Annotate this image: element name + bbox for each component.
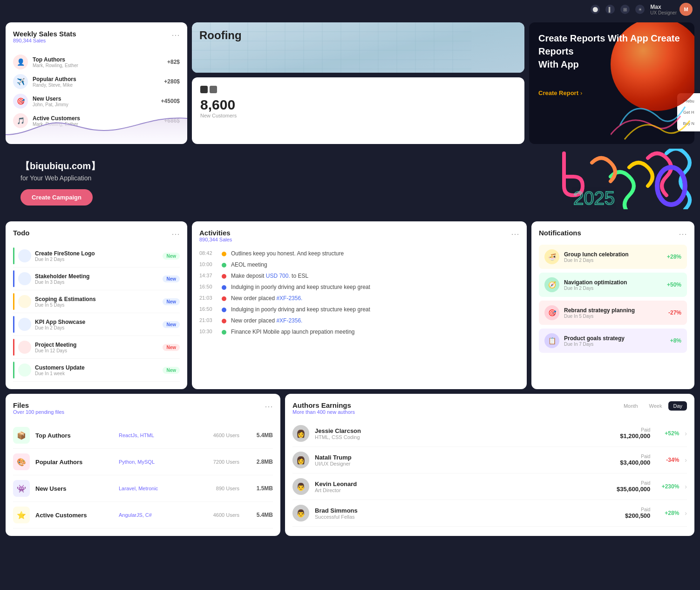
weekly-sales-title: Weekly Sales Stats: [13, 30, 76, 38]
activity-1000: 10:00 AEOL meeting: [199, 259, 519, 270]
paid-label: Paid: [620, 427, 650, 432]
grid-icon[interactable]: ⊞: [620, 5, 630, 14]
tab-day[interactable]: Day: [668, 401, 687, 411]
jessie-amount: $1,200,000: [620, 432, 650, 439]
earnings-tabs: Month Week Day: [619, 401, 687, 411]
notif-value-nav: +50%: [667, 281, 681, 288]
activities-title: Activities: [199, 229, 232, 237]
notif-icon-goals: 📋: [544, 333, 559, 348]
activity-0842: 08:42 Outlines keep you honest. And keep…: [199, 248, 519, 259]
tab-month[interactable]: Month: [619, 401, 643, 411]
todo-card: Todo ⋯ Create FireStone Logo Due In 2 Da…: [6, 221, 187, 389]
brad-arrow-icon[interactable]: ›: [685, 509, 687, 517]
weekly-sales-card: Weekly Sales Stats 890,344 Sales ⋯ 👤 Top…: [6, 22, 187, 144]
todo-avatar: [18, 364, 31, 377]
notif-icon-lunch: 🍜: [544, 249, 559, 264]
roofing-card: Roofing: [192, 22, 524, 73]
nc-label: New Customers: [200, 113, 516, 118]
notifications-card: Notifications ⋯ 🍜 Group lunch celebratio…: [531, 221, 694, 389]
notif-menu-icon[interactable]: ⋯: [679, 229, 687, 239]
brightness-icon[interactable]: ☀: [635, 5, 645, 14]
deposit-link[interactable]: USD 700.: [266, 273, 290, 279]
order-link-2[interactable]: #XF-2356.: [276, 317, 302, 324]
notif-rebrand: 🎯 Rebrand strategy planning Due In 5 Day…: [539, 301, 687, 325]
todo-menu-icon[interactable]: ⋯: [171, 229, 180, 239]
todo-bar: [13, 339, 14, 356]
todo-badge: New: [163, 253, 180, 260]
swirls-decoration: [611, 88, 694, 144]
popular-authors-name: Popular Authors: [33, 76, 159, 82]
topbar: ⚪ ▌ ⊞ ☀ Max UX Designer M: [0, 0, 700, 19]
earnings-title: Authors Earnings: [292, 401, 355, 409]
search-icon[interactable]: ⚪: [591, 5, 600, 14]
files-title: Files: [13, 401, 64, 409]
todo-avatar: [18, 295, 31, 308]
file-icon-new: 👾: [13, 480, 30, 497]
activity-1437: 14:37 Make deposit USD 700. to ESL: [199, 270, 519, 281]
new-users-name: New Users: [33, 96, 156, 102]
earnings-card: Authors Earnings More than 400 new autho…: [285, 394, 694, 536]
popular-authors-value: +280$: [164, 78, 180, 85]
todo-bar: [13, 247, 14, 264]
tab-week[interactable]: Week: [645, 401, 667, 411]
user-name: Max: [650, 4, 677, 10]
kevin-arrow-icon[interactable]: ›: [685, 483, 687, 490]
main-content: Weekly Sales Stats 890,344 Sales ⋯ 👤 Top…: [0, 19, 700, 540]
dot-green: [222, 263, 226, 268]
top-authors-name: Top Authors: [33, 56, 163, 63]
earnings-sub: More than 400 new authors: [292, 409, 355, 415]
natali-amount: $3,400,000: [620, 459, 650, 466]
dot-yellow: [222, 252, 226, 256]
jessie-avatar: 👩: [292, 425, 309, 442]
brad-avatar: 👨: [292, 505, 309, 521]
earn-jessie: 👩 Jessie Clarcson HTML, CSS Coding Paid …: [292, 420, 687, 447]
nc-count: 8,600: [200, 97, 516, 113]
activities-menu-icon[interactable]: ⋯: [511, 229, 519, 239]
create-reports-card: Create Reports With App Create ReportsWi…: [529, 22, 694, 144]
todo-badge: New: [163, 298, 180, 305]
user-role: UX Designer: [650, 10, 677, 15]
todo-item-scoping: Scoping & Estimations Due In 5 Days New: [13, 290, 180, 313]
files-menu-icon[interactable]: ⋯: [265, 401, 273, 412]
top-authors-value: +82$: [167, 59, 180, 65]
battery-icon: ▌: [605, 5, 615, 14]
todo-item-firestone: Create FireStone Logo Due In 2 Days New: [13, 245, 180, 268]
earn-brad: 👨 Brad Simmons Successful Fellas Paid $2…: [292, 500, 687, 527]
roofing-label: Roofing: [199, 29, 242, 42]
row-2: Todo ⋯ Create FireStone Logo Due In 2 Da…: [6, 221, 694, 389]
notif-icon-nav: 🧭: [544, 277, 559, 292]
create-campaign-button[interactable]: Create Campaign: [20, 189, 93, 206]
sales-menu-icon[interactable]: ⋯: [171, 30, 180, 40]
paid-label: Paid: [617, 480, 650, 486]
reports-title: Create Reports With App Create ReportsWi…: [538, 32, 685, 71]
kevin-avatar: 👨: [292, 478, 309, 495]
weekly-sales-sub: 890,344 Sales: [13, 38, 76, 43]
notif-value-lunch: +28%: [667, 254, 681, 260]
notifications-title: Notifications: [539, 229, 581, 237]
notif-product-goals: 📋 Product goals strategy Due In 7 Days +…: [539, 329, 687, 353]
natali-arrow-icon[interactable]: ›: [685, 456, 687, 464]
dot-blue: [222, 285, 226, 290]
nc-icon-mid: [210, 86, 217, 93]
paid-label: Paid: [620, 454, 650, 459]
row-3: Files Over 100 pending files ⋯ 📦 Top Aut…: [6, 394, 694, 536]
popular-authors-users: Randy, Steve, Mike: [33, 82, 159, 88]
file-icon-popular: 🎨: [13, 453, 30, 470]
todo-badge: New: [163, 367, 180, 374]
todo-item-kpi: KPI App Showcase Due In 2 Days New: [13, 313, 180, 336]
file-top-authors: 📦 Top Authors ReactJs, HTML 4600 Users 5…: [13, 422, 273, 449]
earn-natali: 👩 Natali Trump UI/UX Designer Paid $3,40…: [292, 447, 687, 473]
dot-red2: [222, 296, 226, 301]
dot-green2: [222, 330, 226, 335]
activity-2103a: 21:03 New order placed #XF-2356.: [199, 293, 519, 304]
jessie-arrow-icon[interactable]: ›: [685, 430, 687, 437]
todo-badge: New: [163, 321, 180, 328]
stat-item-popular-authors: ✈️ Popular Authors Randy, Steve, Mike +2…: [13, 74, 180, 89]
natali-avatar: 👩: [292, 452, 309, 468]
user-avatar[interactable]: M: [680, 3, 693, 16]
top-authors-icon: 👤: [13, 55, 28, 69]
popular-authors-icon: ✈️: [13, 74, 28, 89]
todo-badge: New: [163, 344, 180, 351]
order-link-1[interactable]: #XF-2356.: [276, 295, 302, 302]
banner-decoration: 2025: [508, 149, 694, 217]
